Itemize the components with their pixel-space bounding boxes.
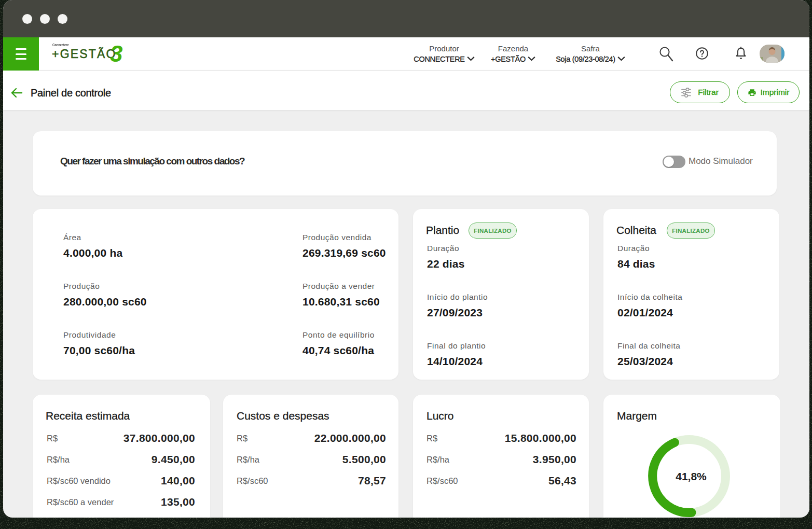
svg-text:41,8%: 41,8% <box>676 470 707 482</box>
